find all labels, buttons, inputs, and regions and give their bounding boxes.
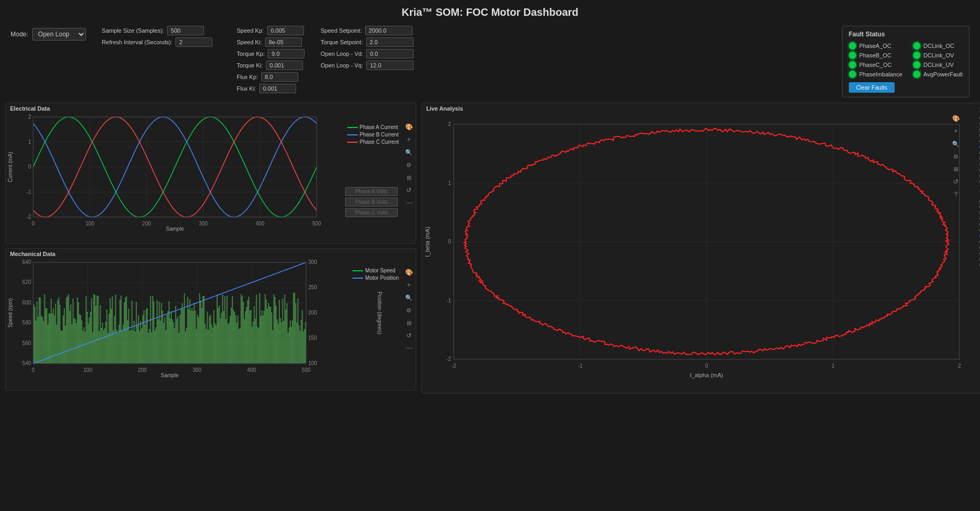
fault-led — [849, 61, 856, 68]
fault-led — [913, 61, 920, 68]
legend-item: Phase C Current — [347, 139, 399, 145]
legend-item: Motor Speed — [352, 268, 399, 273]
torque-kp-input[interactable] — [268, 49, 305, 58]
color-wheel-icon-live[interactable]: 🎨 — [951, 114, 961, 123]
speed-ki-label: Speed Ki: — [237, 39, 262, 45]
reset-icon-mech[interactable]: ↺ — [404, 331, 414, 340]
fault-name: DCLink_OC — [924, 43, 955, 49]
speed-setpoint-label: Speed Setpoint: — [320, 27, 361, 34]
live-analysis-title: Live Analysis — [422, 103, 975, 112]
fault-led — [913, 71, 920, 78]
speed-kp-input[interactable] — [267, 26, 304, 35]
settings-icon-mech[interactable]: ⚙ — [404, 306, 414, 315]
flux-ki-input[interactable] — [259, 84, 296, 93]
fault-name: PhaseB_OC — [859, 52, 891, 58]
torque-ki-input[interactable] — [266, 61, 303, 70]
refresh-interval-input[interactable] — [175, 37, 212, 47]
open-loop-vd-label: Open Loop - Vd: — [320, 51, 363, 57]
mechanical-chart-canvas — [6, 257, 385, 379]
fault-name: DCLink_OV — [924, 52, 954, 58]
more-icon[interactable]: ⋯ — [404, 198, 414, 208]
fault-name: PhaseImbalance — [859, 71, 903, 77]
mechanical-chart-panel: Mechanical Data Motor SpeedMotor Positio… — [5, 248, 416, 390]
zoom-in-icon-mech[interactable]: + — [404, 280, 414, 290]
fault-item: PhaseB_OC — [849, 52, 903, 59]
fault-led — [913, 42, 920, 50]
question-icon-live[interactable]: ? — [951, 190, 961, 199]
reset-icon[interactable]: ↺ — [404, 185, 414, 195]
reset-icon-live[interactable]: ↺ — [951, 177, 961, 186]
zoom-icon-mech[interactable]: 🔍 — [404, 293, 414, 302]
open-loop-vq-input[interactable] — [366, 61, 414, 70]
torque-ki-label: Torque Ki: — [237, 62, 263, 68]
flux-kp-label: Flux Kp: — [237, 74, 258, 80]
fault-name: PhaseA_OC — [859, 43, 891, 49]
zoom-in-icon-live[interactable]: + — [951, 126, 961, 136]
flux-ki-label: Flux Ki: — [237, 85, 256, 92]
hidden-voltage-btn[interactable]: Phase B Volts — [345, 198, 398, 207]
fault-led — [849, 42, 856, 50]
electrical-chart-canvas — [6, 112, 385, 233]
clear-faults-button[interactable]: Clear Faults — [849, 82, 895, 93]
frame-icon-live[interactable]: ⊞ — [951, 164, 961, 174]
legend-item: Phase B Current — [347, 132, 399, 137]
zoom-icon[interactable]: 🔍 — [404, 148, 414, 157]
color-wheel-icon-mech[interactable]: 🎨 — [404, 268, 414, 277]
legend-item: Motor Position — [352, 275, 399, 281]
fault-led — [913, 52, 920, 59]
zoom-in-icon[interactable]: + — [404, 135, 414, 144]
flux-kp-input[interactable] — [261, 72, 298, 82]
torque-setpoint-label: Torque Setpoint: — [320, 39, 362, 45]
fault-item: PhaseA_OC — [849, 42, 903, 50]
mode-label: Mode: — [11, 31, 28, 38]
torque-kp-label: Torque Kp: — [237, 51, 264, 57]
fault-name: DCLink_UV — [924, 62, 954, 68]
frame-icon[interactable]: ⊞ — [404, 173, 414, 182]
settings-icon-live[interactable]: ⚙ — [951, 152, 961, 161]
live-analysis-canvas — [422, 112, 975, 380]
fault-led — [849, 71, 856, 78]
page-title: Kria™ SOM: FOC Motor Dashboard — [0, 0, 980, 23]
fault-status-box: Fault Status PhaseA_OCDCLink_OCPhaseB_OC… — [842, 26, 969, 97]
sample-size-label: Sample Size (Samples): — [102, 27, 164, 34]
zoom-icon-live[interactable]: 🔍 — [951, 139, 961, 149]
sample-size-input[interactable] — [167, 26, 204, 35]
refresh-interval-label: Refresh Interval (Seconds): — [102, 39, 172, 45]
more-icon-mech[interactable]: ⋯ — [404, 343, 414, 353]
settings-icon[interactable]: ⚙ — [404, 160, 414, 170]
fault-item: DCLink_UV — [913, 61, 963, 68]
live-analysis-panel: Live Analysis 🎨 + 🔍 ⚙ ⊞ ↺ ? X-Axis Data:… — [422, 103, 980, 394]
torque-setpoint-input[interactable] — [366, 37, 414, 47]
fault-name: PhaseC_OC — [859, 62, 892, 68]
electrical-chart-panel: Electrical Data Phase A CurrentPhase B C… — [5, 103, 416, 244]
fault-status-title: Fault Status — [849, 31, 963, 38]
open-loop-vd-input[interactable] — [366, 49, 414, 58]
speed-setpoint-input[interactable] — [365, 26, 413, 35]
fault-item: AvgPowerFault — [913, 71, 963, 78]
fault-led — [849, 52, 856, 59]
fault-item: DCLink_OC — [913, 42, 963, 50]
fault-item: PhaseC_OC — [849, 61, 903, 68]
frame-icon-mech[interactable]: ⊞ — [404, 318, 414, 328]
speed-ki-input[interactable] — [265, 37, 302, 47]
color-wheel-icon[interactable]: 🎨 — [404, 122, 414, 132]
hidden-voltage-btn[interactable]: Phase A Volts — [345, 187, 398, 196]
mode-select[interactable]: Open Loop Closed Loop Manual — [32, 28, 86, 41]
mechanical-chart-title: Mechanical Data — [6, 249, 416, 257]
fault-name: AvgPowerFault — [924, 71, 963, 77]
hidden-voltage-btn[interactable]: Phase C Volts — [345, 208, 398, 217]
legend-item: Phase A Current — [347, 124, 399, 130]
electrical-chart-title: Electrical Data — [6, 103, 416, 112]
open-loop-vq-label: Open Loop - Vq: — [320, 62, 363, 68]
fault-item: PhaseImbalance — [849, 71, 903, 78]
speed-kp-label: Speed Kp: — [237, 27, 263, 34]
fault-item: DCLink_OV — [913, 52, 963, 59]
